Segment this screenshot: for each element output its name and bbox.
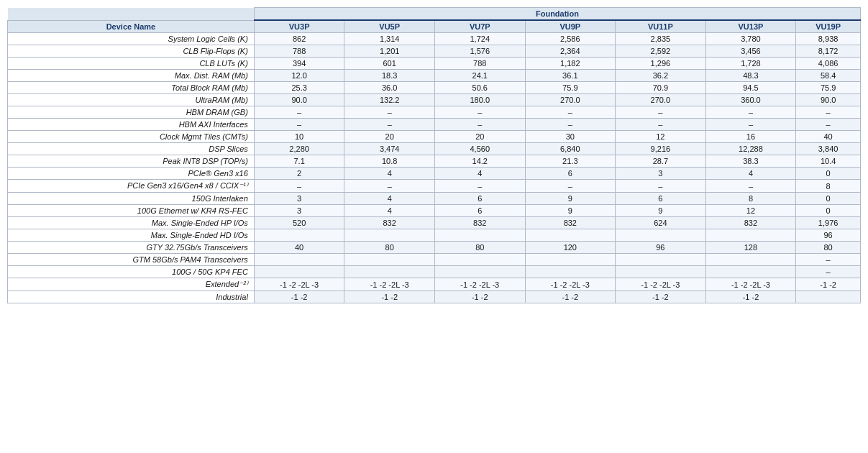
- table-row: 150G Interlaken3469680: [8, 193, 861, 205]
- cell-value: 3,780: [705, 33, 796, 45]
- table-row: Total Block RAM (Mb)25.336.050.675.970.9…: [8, 82, 861, 94]
- cell-value: -1 -2: [796, 278, 861, 291]
- cell-value: 9: [616, 205, 706, 217]
- cell-value: -1 -2: [344, 291, 435, 303]
- comparison-table: Foundation Device Name VU3P VU5P VU7P VU…: [7, 7, 861, 303]
- cell-value: 6,840: [525, 143, 616, 155]
- row-label: 100G Ethernet w/ KR4 RS-FEC: [8, 205, 255, 217]
- table-row: Max. Single-Ended HP I/Os520832832832624…: [8, 217, 861, 229]
- cell-value: -1 -2: [616, 291, 706, 303]
- cell-value: [796, 291, 861, 303]
- cell-value: 58.4: [796, 70, 861, 82]
- cell-value: 6: [616, 193, 706, 205]
- cell-value: 1,724: [434, 33, 525, 45]
- table-row: Clock Mgmt Tiles (CMTs)10202030121640: [8, 131, 861, 143]
- cell-value: [254, 229, 344, 242]
- cell-value: 120: [525, 242, 616, 254]
- cell-value: –: [525, 106, 616, 119]
- cell-value: 832: [705, 217, 796, 229]
- table-row: HBM DRAM (GB)–––––––: [8, 106, 861, 119]
- cell-value: –: [796, 254, 861, 266]
- cell-value: –: [434, 119, 525, 131]
- cell-value: 4: [705, 168, 796, 180]
- cell-value: 832: [344, 217, 435, 229]
- cell-value: 90.0: [254, 94, 344, 106]
- cell-value: 12: [705, 205, 796, 217]
- vu5p-header: VU5P: [344, 20, 435, 33]
- table-row: DSP Slices2,2803,4744,5606,8409,21612,28…: [8, 143, 861, 155]
- cell-value: -1 -2 -2L -3: [525, 278, 616, 291]
- cell-value: 30: [525, 131, 616, 143]
- cell-value: 90.0: [796, 94, 861, 106]
- vu3p-header: VU3P: [254, 20, 344, 33]
- table-row: HBM AXI Interfaces–––––––: [8, 119, 861, 131]
- cell-value: -1 -2 -2L -3: [254, 278, 344, 291]
- cell-value: 6: [434, 193, 525, 205]
- cell-value: –: [434, 180, 525, 193]
- row-label: Total Block RAM (Mb): [8, 82, 255, 94]
- cell-value: 4,086: [796, 58, 861, 70]
- cell-value: 1,314: [344, 33, 435, 45]
- cell-value: 0: [796, 205, 861, 217]
- cell-value: 36.0: [344, 82, 435, 94]
- cell-value: 75.9: [796, 82, 861, 94]
- cell-value: 3: [254, 205, 344, 217]
- cell-value: 601: [344, 58, 435, 70]
- table-row: Peak INT8 DSP (TOP/s)7.110.814.221.328.7…: [8, 155, 861, 168]
- cell-value: 8: [796, 180, 861, 193]
- row-label: 100G / 50G KP4 FEC: [8, 266, 255, 278]
- cell-value: 3: [254, 193, 344, 205]
- row-label: Industrial: [8, 291, 255, 303]
- cell-value: –: [525, 180, 616, 193]
- cell-value: 80: [796, 242, 861, 254]
- row-label: HBM DRAM (GB): [8, 106, 255, 119]
- cell-value: 38.3: [705, 155, 796, 168]
- table-row: 100G / 50G KP4 FEC–: [8, 266, 861, 278]
- cell-value: 1,201: [344, 45, 435, 58]
- row-label: 150G Interlaken: [8, 193, 255, 205]
- row-label: Clock Mgmt Tiles (CMTs): [8, 131, 255, 143]
- cell-value: [434, 229, 525, 242]
- cell-value: -1 -2: [525, 291, 616, 303]
- cell-value: -1 -2 -2L -3: [434, 278, 525, 291]
- cell-value: [705, 266, 796, 278]
- cell-value: 394: [254, 58, 344, 70]
- cell-value: [616, 229, 706, 242]
- main-table-container: Foundation Device Name VU3P VU5P VU7P VU…: [7, 7, 861, 303]
- cell-value: [525, 229, 616, 242]
- cell-value: 10: [254, 131, 344, 143]
- table-row: GTM 58Gb/s PAM4 Transceivers–: [8, 254, 861, 266]
- cell-value: 0: [796, 168, 861, 180]
- cell-value: 3,474: [344, 143, 435, 155]
- cell-value: 132.2: [344, 94, 435, 106]
- cell-value: –: [434, 106, 525, 119]
- cell-value: 180.0: [434, 94, 525, 106]
- cell-value: 12: [616, 131, 706, 143]
- cell-value: –: [705, 106, 796, 119]
- row-label: Max. Single-Ended HD I/Os: [8, 229, 255, 242]
- cell-value: 40: [254, 242, 344, 254]
- cell-value: 1,182: [525, 58, 616, 70]
- cell-value: 75.9: [525, 82, 616, 94]
- cell-value: 21.3: [525, 155, 616, 168]
- cell-value: 520: [254, 217, 344, 229]
- cell-value: –: [616, 180, 706, 193]
- cell-value: –: [254, 119, 344, 131]
- cell-value: 2,592: [616, 45, 706, 58]
- cell-value: 14.2: [434, 155, 525, 168]
- cell-value: 40: [796, 131, 861, 143]
- cell-value: –: [796, 266, 861, 278]
- cell-value: 20: [344, 131, 435, 143]
- table-row: System Logic Cells (K)8621,3141,7242,586…: [8, 33, 861, 45]
- cell-value: [434, 266, 525, 278]
- cell-value: 7.1: [254, 155, 344, 168]
- cell-value: 10.4: [796, 155, 861, 168]
- cell-value: 2,364: [525, 45, 616, 58]
- table-row: Extended⁻²⁾-1 -2 -2L -3-1 -2 -2L -3-1 -2…: [8, 278, 861, 291]
- cell-value: 8: [705, 193, 796, 205]
- cell-value: 4: [344, 193, 435, 205]
- table-row: 100G Ethernet w/ KR4 RS-FEC34699120: [8, 205, 861, 217]
- cell-value: -1 -2 -2L -3: [616, 278, 706, 291]
- cell-value: [344, 266, 435, 278]
- empty-corner: [8, 8, 255, 21]
